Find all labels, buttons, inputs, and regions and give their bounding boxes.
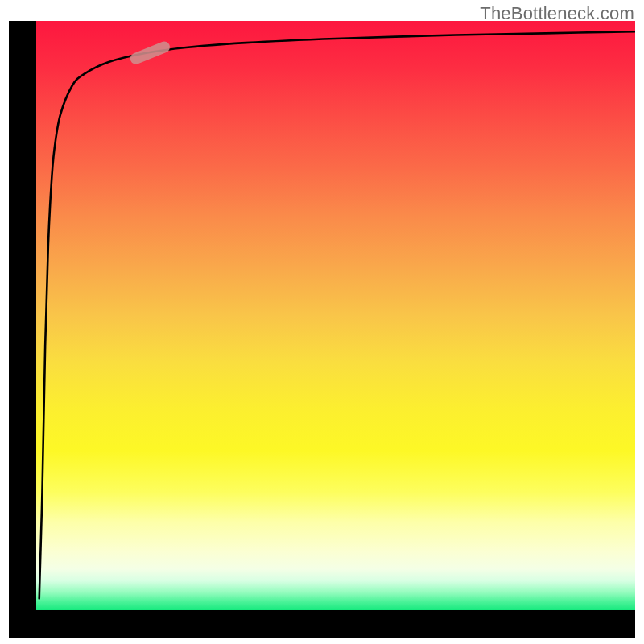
y-axis-bar bbox=[9, 21, 36, 638]
x-axis-bar bbox=[9, 610, 635, 638]
curve-path bbox=[39, 31, 635, 598]
plot-area bbox=[36, 21, 635, 610]
svg-rect-0 bbox=[129, 39, 171, 65]
curve-marker bbox=[129, 39, 171, 65]
plot-svg bbox=[36, 21, 635, 610]
chart-stage: TheBottleneck.com bbox=[0, 0, 644, 644]
